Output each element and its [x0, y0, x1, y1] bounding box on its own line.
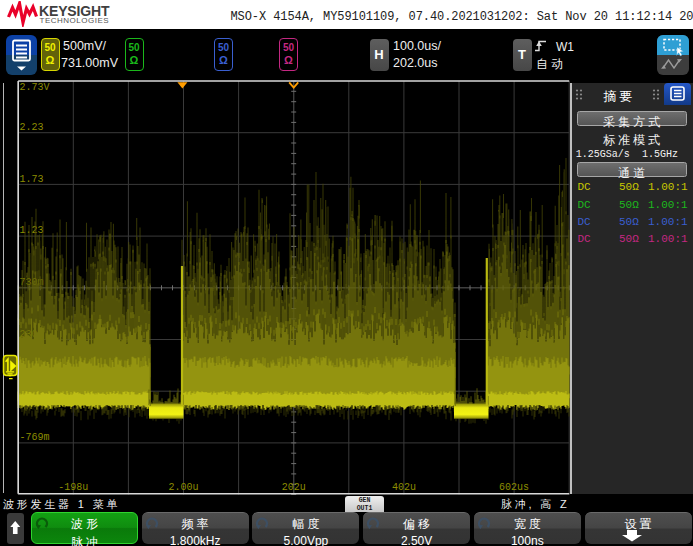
svg-text:2.73V: 2.73V	[20, 82, 50, 93]
svg-text:-769m: -769m	[20, 432, 50, 443]
svg-text:202u: 202u	[282, 482, 306, 493]
svg-text:2.00u: 2.00u	[168, 482, 198, 493]
svg-text:602us: 602us	[499, 482, 529, 493]
svg-text:-198u: -198u	[58, 482, 88, 493]
svg-text:1.73: 1.73	[20, 174, 44, 185]
svg-text:2.23: 2.23	[20, 122, 44, 133]
svg-text:402u: 402u	[392, 482, 416, 493]
